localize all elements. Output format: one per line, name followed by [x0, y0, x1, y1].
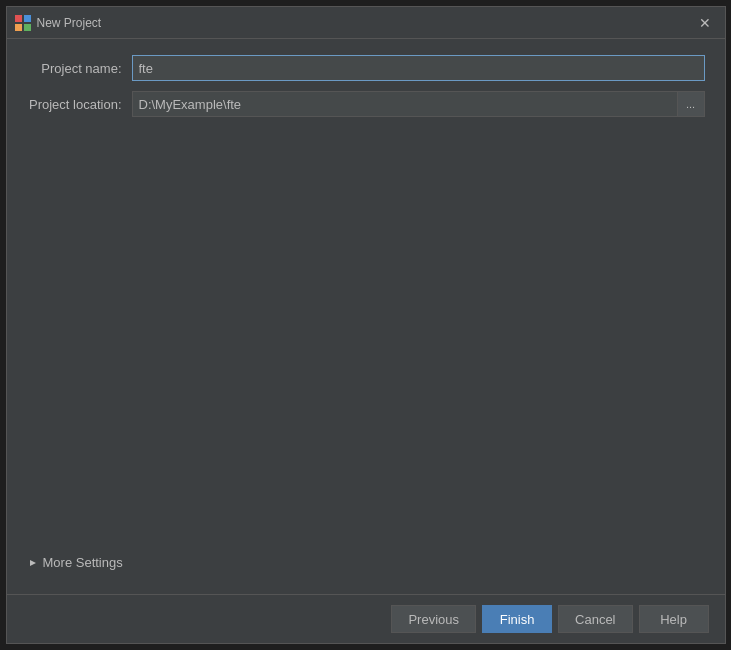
dialog-title: New Project: [37, 16, 693, 30]
svg-rect-1: [24, 15, 31, 22]
close-button[interactable]: ✕: [693, 11, 717, 35]
svg-marker-4: [30, 560, 36, 566]
svg-rect-0: [15, 15, 22, 22]
cancel-button[interactable]: Cancel: [558, 605, 632, 633]
more-settings-arrow-icon: [27, 557, 39, 569]
previous-button[interactable]: Previous: [391, 605, 476, 633]
title-bar: New Project ✕: [7, 7, 725, 39]
browse-button[interactable]: ...: [677, 91, 705, 117]
project-name-row: Project name:: [27, 55, 705, 81]
project-location-input[interactable]: [132, 91, 677, 117]
dialog-wrapper: New Project ✕ Project name: Project loca…: [0, 0, 731, 650]
project-location-label: Project location:: [27, 97, 132, 112]
new-project-dialog: New Project ✕ Project name: Project loca…: [6, 6, 726, 644]
location-input-group: ...: [132, 91, 705, 117]
svg-rect-2: [15, 24, 22, 31]
dialog-content: Project name: Project location: ...: [7, 39, 725, 594]
project-name-label: Project name:: [27, 61, 132, 76]
svg-rect-3: [24, 24, 31, 31]
more-settings-toggle[interactable]: More Settings: [27, 547, 705, 578]
project-location-row: Project location: ...: [27, 91, 705, 117]
project-name-input[interactable]: [132, 55, 705, 81]
app-icon: [15, 15, 31, 31]
dialog-footer: Previous Finish Cancel Help: [7, 594, 725, 643]
content-spacer: [27, 127, 705, 547]
help-button[interactable]: Help: [639, 605, 709, 633]
more-settings-label: More Settings: [43, 555, 123, 570]
finish-button[interactable]: Finish: [482, 605, 552, 633]
